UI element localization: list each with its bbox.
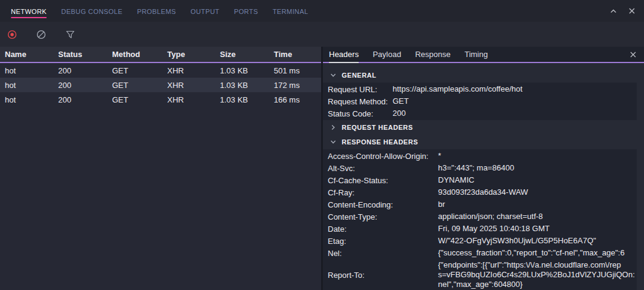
header-key: Cf-Ray: bbox=[328, 188, 438, 197]
cell-status: 200 bbox=[53, 66, 107, 75]
header-entry: Date: Fri, 09 May 2025 10:40:18 GMT bbox=[323, 223, 637, 235]
cell-size: 1.03 KB bbox=[215, 66, 269, 75]
bottom-panel-tabbar: NETWORK DEBUG CONSOLE PROBLEMS OUTPUT PO… bbox=[0, 0, 644, 22]
header-entry: Cf-Ray: 93d093f23da6da34-WAW bbox=[323, 186, 637, 198]
details-body: GENERAL Request URL: https://api.samplea… bbox=[323, 63, 644, 290]
header-value: br bbox=[438, 200, 637, 209]
section-title: REQUEST HEADERS bbox=[342, 124, 413, 131]
details-tab-payload[interactable]: Payload bbox=[373, 47, 401, 62]
panel-tab-label: NETWORK bbox=[11, 8, 47, 15]
close-details-icon[interactable] bbox=[629, 51, 637, 58]
header-value: application/json; charset=utf-8 bbox=[438, 212, 637, 221]
header-value: GET bbox=[393, 96, 637, 106]
section-title: RESPONSE HEADERS bbox=[342, 138, 418, 146]
network-column-header[interactable]: Time bbox=[269, 50, 321, 59]
requests-table-rows: hot 200 GET XHR 1.03 KB 501 ms hot 200 G… bbox=[0, 63, 321, 290]
section-header[interactable]: REQUEST HEADERS bbox=[323, 120, 644, 135]
section-response-headers: RESPONSE HEADERS Access-Control-Allow-Or… bbox=[323, 135, 644, 290]
header-entry: Content-Encoding: br bbox=[323, 198, 637, 211]
header-value: h3=":443"; ma=86400 bbox=[438, 163, 637, 173]
section-entries: Access-Control-Allow-Origin: * Alt-Svc: … bbox=[323, 149, 637, 290]
header-key: Request Method: bbox=[328, 97, 393, 106]
chevron-right-icon bbox=[330, 124, 336, 130]
cell-type: XHR bbox=[162, 66, 215, 75]
header-key: Content-Encoding: bbox=[328, 200, 438, 209]
header-entry: Alt-Svc: h3=":443"; ma=86400 bbox=[323, 162, 637, 174]
panel-content: NameStatusMethodTypeSizeTime hot 200 GET… bbox=[0, 47, 644, 290]
close-panel-icon[interactable] bbox=[628, 7, 636, 15]
panel-tab-label: PORTS bbox=[234, 8, 258, 15]
cell-size: 1.03 KB bbox=[215, 95, 269, 104]
details-tab-response[interactable]: Response bbox=[415, 47, 451, 62]
panel-tab-problems[interactable]: PROBLEMS bbox=[137, 2, 176, 19]
clear-icon[interactable] bbox=[33, 26, 50, 43]
details-tab-label: Headers bbox=[329, 50, 359, 59]
header-value: {"success_fraction":0,"report_to":"cf-ne… bbox=[438, 248, 637, 258]
header-key: Date: bbox=[328, 224, 438, 234]
chevron-up-icon[interactable] bbox=[609, 7, 617, 15]
header-entry: Access-Control-Allow-Origin: * bbox=[323, 150, 637, 162]
section-general: GENERAL Request URL: https://api.samplea… bbox=[323, 68, 644, 120]
requests-table: NameStatusMethodTypeSizeTime hot 200 GET… bbox=[0, 47, 321, 290]
filter-icon[interactable] bbox=[62, 26, 79, 43]
header-key: Content-Type: bbox=[328, 212, 438, 221]
header-key: Nel: bbox=[328, 249, 438, 258]
devtools-network-panel: NETWORK DEBUG CONSOLE PROBLEMS OUTPUT PO… bbox=[0, 0, 644, 290]
header-entry: Status Code: 200 bbox=[323, 107, 637, 120]
cell-name: hot bbox=[0, 81, 53, 90]
section-header[interactable]: GENERAL bbox=[323, 68, 644, 83]
network-column-header[interactable]: Size bbox=[215, 50, 269, 59]
panel-tab-ports[interactable]: PORTS bbox=[234, 2, 258, 19]
cell-time: 172 ms bbox=[269, 81, 321, 90]
cell-status: 200 bbox=[53, 81, 107, 90]
requests-table-header: NameStatusMethodTypeSizeTime bbox=[0, 47, 321, 63]
chevron-down-icon bbox=[330, 72, 336, 78]
header-key: Report-To: bbox=[328, 271, 438, 280]
header-entry: Content-Type: application/json; charset=… bbox=[323, 211, 637, 223]
cell-time: 501 ms bbox=[269, 66, 321, 75]
details-tab-label: Payload bbox=[373, 50, 401, 59]
details-tab-label: Timing bbox=[465, 50, 488, 59]
cell-status: 200 bbox=[53, 95, 107, 104]
panel-tab-label: OUTPUT bbox=[191, 8, 220, 15]
network-toolbar bbox=[0, 22, 644, 47]
details-tab-label: Response bbox=[415, 50, 451, 59]
request-details-panel: Headers Payload Response Timing GENERAL … bbox=[323, 47, 644, 290]
details-tab-headers[interactable]: Headers bbox=[329, 47, 359, 62]
panel-tab-label: PROBLEMS bbox=[137, 8, 176, 15]
header-entry: Nel: {"success_fraction":0,"report_to":"… bbox=[323, 247, 637, 259]
panel-tab-label: TERMINAL bbox=[273, 8, 308, 15]
network-request-row[interactable]: hot 200 GET XHR 1.03 KB 166 ms bbox=[0, 92, 321, 107]
network-column-header[interactable]: Name bbox=[0, 50, 53, 59]
header-value: 200 bbox=[393, 109, 637, 118]
network-request-row[interactable]: hot 200 GET XHR 1.03 KB 172 ms bbox=[0, 78, 321, 92]
header-value: * bbox=[438, 151, 637, 161]
section-request-headers: REQUEST HEADERS bbox=[323, 120, 644, 135]
header-key: Access-Control-Allow-Origin: bbox=[328, 152, 438, 161]
header-entry: Report-To: {"endpoints":[{"url":"https:\… bbox=[323, 259, 637, 290]
cell-name: hot bbox=[0, 95, 53, 104]
network-request-row[interactable]: hot 200 GET XHR 1.03 KB 501 ms bbox=[0, 63, 321, 78]
panel-tab-debug-console[interactable]: DEBUG CONSOLE bbox=[61, 2, 122, 19]
network-column-header[interactable]: Status bbox=[53, 50, 107, 59]
network-column-header[interactable]: Method bbox=[107, 50, 162, 59]
header-value: DYNAMIC bbox=[438, 175, 637, 185]
panel-tab-terminal[interactable]: TERMINAL bbox=[273, 2, 308, 19]
details-tab-timing[interactable]: Timing bbox=[465, 47, 488, 62]
header-entry: Etag: W/"422-OFgVyjSW3h0UjwL/G5P5HoE6A7Q… bbox=[323, 235, 637, 247]
header-value: W/"422-OFgVyjSW3h0UjwL/G5P5HoE6A7Q" bbox=[438, 236, 637, 246]
header-key: Request URL: bbox=[328, 85, 393, 94]
details-tabbar: Headers Payload Response Timing bbox=[323, 47, 644, 63]
chevron-down-icon bbox=[330, 139, 336, 145]
panel-tab-output[interactable]: OUTPUT bbox=[191, 2, 220, 19]
panel-tab-network[interactable]: NETWORK bbox=[11, 2, 47, 19]
section-title: GENERAL bbox=[342, 72, 376, 79]
cell-type: XHR bbox=[162, 95, 215, 104]
section-header[interactable]: RESPONSE HEADERS bbox=[323, 135, 644, 149]
network-column-header[interactable]: Type bbox=[162, 50, 215, 59]
header-entry: Cf-Cache-Status: DYNAMIC bbox=[323, 174, 637, 186]
panel-tab-label: DEBUG CONSOLE bbox=[61, 8, 122, 15]
cell-method: GET bbox=[107, 66, 162, 75]
record-icon[interactable] bbox=[4, 26, 21, 43]
cell-time: 166 ms bbox=[269, 95, 321, 104]
